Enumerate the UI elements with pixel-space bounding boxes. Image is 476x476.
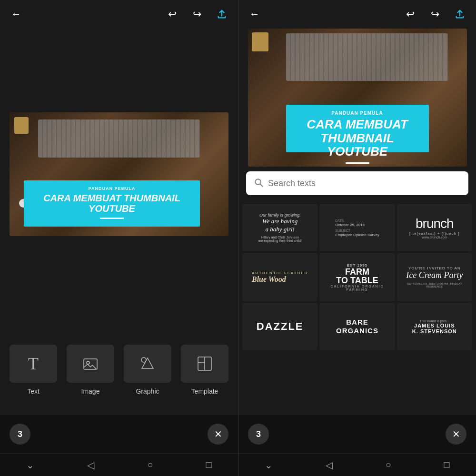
text-sample-brunch[interactable]: brunch [ br(eakfast) + (l)unch ] www.bru… [397,204,472,251]
text-sample-farm[interactable]: EST 1995 FARMTO TABLE CALIFORNIA ORGANIC… [319,253,395,301]
right-main-title: CARA MEMBUAT THUMBNAIL YOUTUBE [294,118,421,159]
right-close-button[interactable]: ✕ [446,424,466,445]
nav-home-icon[interactable]: ○ [147,459,153,470]
search-icon [254,178,263,189]
leather-content: AUTHENTIC LEATHER Blue Wood [252,271,308,284]
search-bar-container [238,167,476,200]
family-announce-content: Our family is growing. We are havinga ba… [258,213,301,242]
right-layer-badge[interactable]: 3 [248,424,269,445]
svg-point-2 [141,357,146,362]
right-nav-icons: ⌄ ◁ ○ □ [238,453,476,476]
graphic-tool-icon-box [124,345,171,383]
graphic-tool-label: Graphic [136,387,159,395]
right-nav-recent-icon[interactable]: □ [444,459,450,470]
right-nav-chevron-down-icon[interactable]: ⌄ [265,459,273,471]
right-white-line [346,162,369,164]
left-canvas-area: PANDUAN PEMULA CARA MEMBUAT THUMBNAIL YO… [0,29,238,320]
left-subtitle: PANDUAN PEMULA [31,186,192,191]
text-sample-leather[interactable]: AUTHENTIC LEATHER Blue Wood [242,253,317,301]
left-back-button[interactable]: ← [8,6,25,23]
right-bottom-nav: 3 ✕ [238,415,476,453]
email-content: DATEOctober 25, 2019 SUBJECTEmployee Opi… [335,218,379,237]
nav-chevron-down-icon[interactable]: ⌄ [26,459,34,471]
template-tool[interactable]: Template [181,345,228,395]
left-nav-icons: ⌄ ◁ ○ □ [0,453,238,476]
template-tool-label: Template [191,387,218,395]
right-canvas-area: PANDUAN PEMULA CARA MEMBUAT THUMBNAIL YO… [238,29,476,167]
right-top-bar: ← ↩ ↪ [238,0,476,29]
template-tool-icon-box [181,345,228,383]
svg-line-7 [260,184,263,186]
nav-back-icon[interactable]: ◁ [87,459,94,471]
right-subtitle: PANDUAN PEMULA [294,110,421,116]
icecream-content: YOU'RE INVITED TO AN Ice Cream Party SEP… [401,266,468,288]
right-canvas[interactable]: PANDUAN PEMULA CARA MEMBUAT THUMBNAIL YO… [248,29,467,167]
right-nav-left: 3 [248,424,269,445]
right-back-button[interactable]: ← [246,6,263,23]
left-close-button[interactable]: ✕ [208,424,228,445]
text-sample-email[interactable]: DATEOctober 25, 2019 SUBJECTEmployee Opi… [319,204,395,251]
left-nav-left: 3 [10,424,30,445]
text-samples-grid: Our family is growing. We are havinga ba… [238,200,476,415]
left-share-button[interactable] [213,6,230,23]
farm-content: EST 1995 FARMTO TABLE CALIFORNIA ORGANIC… [323,263,391,291]
coffee-cup-decoration [14,117,29,134]
left-main-title: CARA MEMBUAT THUMBNAIL YOUTUBE [31,193,192,214]
image-tool-label: Image [81,387,100,395]
image-tool[interactable]: Image [67,345,114,395]
text-sample-icecream[interactable]: YOU'RE INVITED TO AN Ice Cream Party SEP… [397,253,472,301]
left-layer-badge[interactable]: 3 [10,424,30,445]
bare-content: BAREORGANICS [336,318,378,335]
text-sample-bare[interactable]: BAREORGANICS [319,303,395,350]
text-sample-family[interactable]: Our family is growing. We are havinga ba… [242,204,317,251]
left-canvas[interactable]: PANDUAN PEMULA CARA MEMBUAT THUMBNAIL YO… [10,112,228,236]
right-coffee-decoration [252,32,268,51]
right-nav-back-icon[interactable]: ◁ [326,459,333,471]
left-bottom-toolbar: T Text Image [0,320,238,415]
search-input[interactable] [268,178,461,188]
search-bar [246,171,468,195]
right-undo-button[interactable]: ↩ [402,6,419,23]
right-nav-home-icon[interactable]: ○ [386,459,391,470]
left-redo-button[interactable]: ↪ [188,6,206,23]
left-text-overlay: PANDUAN PEMULA CARA MEMBUAT THUMBNAIL YO… [24,180,200,227]
nav-recent-icon[interactable]: □ [206,459,211,470]
left-top-bar: ← ↩ ↪ [0,0,238,29]
text-tool[interactable]: T Text [10,345,57,395]
svg-point-1 [87,361,89,364]
text-tool-icon-box: T [10,345,57,383]
graphic-tool[interactable]: Graphic [124,345,171,395]
right-share-button[interactable] [451,6,468,23]
left-undo-button[interactable]: ↩ [164,6,181,23]
brunch-content: brunch [ br(eakfast) + (l)unch ] www.bru… [409,216,460,239]
text-sample-dazzle[interactable]: DAZZLE [242,303,317,350]
image-tool-icon-box [67,345,114,383]
text-tool-label: Text [27,387,40,395]
right-redo-button[interactable]: ↪ [426,6,444,23]
right-text-overlay: PANDUAN PEMULA CARA MEMBUAT THUMBNAIL YO… [286,105,429,152]
tool-items: T Text Image [0,320,238,415]
left-panel: ← ↩ ↪ [0,0,238,476]
dazzle-content: DAZZLE [257,320,304,333]
laptop-decoration [38,119,200,158]
right-laptop-decoration [286,33,448,81]
right-panel: ← ↩ ↪ PANDUAN PEMULA CARA MEMBUAT THUMBN… [238,0,476,476]
left-bottom-nav: 3 ✕ [0,415,238,453]
text-sample-award[interactable]: This award is pres... JAMES LOUISK. STEV… [397,303,472,350]
left-white-line [100,218,124,219]
award-content: This award is pres... JAMES LOUISK. STEV… [412,319,457,334]
